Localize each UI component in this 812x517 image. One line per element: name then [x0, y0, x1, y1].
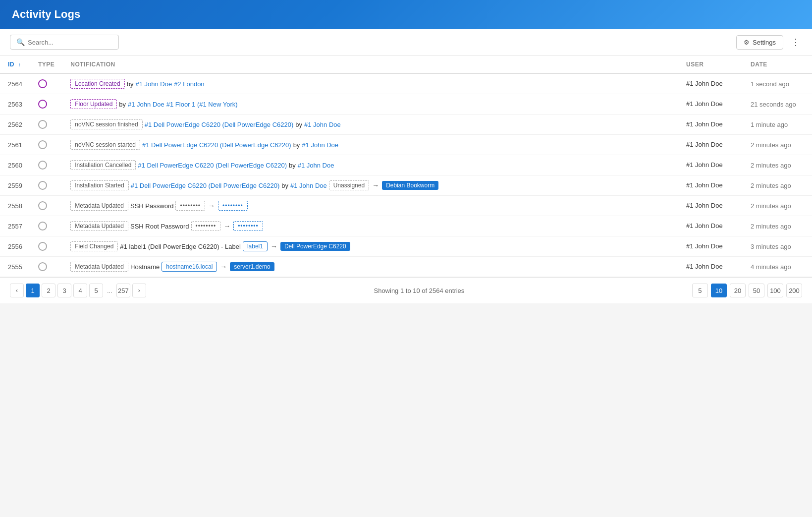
search-input[interactable]	[28, 39, 112, 46]
notif-device-link[interactable]: #1 Dell PowerEdge C6220 (Dell PowerEdge …	[131, 182, 280, 189]
row-date: 1 minute ago	[743, 115, 812, 135]
notification-cell: Metadata Updated SSH Root Password •••••…	[70, 221, 670, 231]
notif-user-link[interactable]: #1 John Doe	[302, 141, 338, 149]
new-hostname-badge: server1.demo	[230, 262, 274, 271]
row-user: #1 John Doe	[678, 94, 743, 115]
settings-label: Settings	[753, 39, 776, 46]
notification-badge: noVNC session started	[70, 140, 140, 150]
search-wrap[interactable]: 🔍	[10, 35, 119, 50]
sort-arrow-id: ↑	[18, 62, 21, 67]
row-user: #1 John Doe	[678, 73, 743, 94]
notif-user-link[interactable]: #1 John Doe	[128, 101, 164, 108]
type-icon	[38, 181, 47, 190]
table-row: 2556 Field Changed #1 label1 (Dell Power…	[0, 236, 812, 257]
row-type	[30, 236, 62, 257]
row-notification: Field Changed #1 label1 (Dell PowerEdge …	[62, 236, 678, 257]
row-notification: noVNC session started #1 Dell PowerEdge …	[62, 135, 678, 155]
notif-device-link[interactable]: #1 Dell PowerEdge C6220 (Dell PowerEdge …	[142, 141, 291, 149]
per-page-200[interactable]: 200	[786, 284, 802, 297]
toolbar: 🔍 ⚙ Settings ⋮	[0, 29, 812, 56]
toolbar-right: ⚙ Settings ⋮	[736, 35, 802, 50]
arrow-icon: →	[208, 202, 215, 210]
row-type	[30, 196, 62, 216]
arrow-icon: →	[271, 242, 277, 250]
row-user: #1 John Doe	[678, 216, 743, 236]
row-notification: noVNC session finished #1 Dell PowerEdge…	[62, 115, 678, 135]
notif-floor-link[interactable]: #1 Floor 1 (#1 New York)	[166, 101, 238, 108]
page-button-1[interactable]: 1	[26, 284, 40, 297]
table-row: 2557 Metadata Updated SSH Root Password …	[0, 216, 812, 236]
notif-user-link[interactable]: #1 John Doe	[298, 162, 334, 169]
notification-cell: noVNC session finished #1 Dell PowerEdge…	[70, 119, 670, 129]
table-row: 2555 Metadata Updated Hostname hostname1…	[0, 257, 812, 277]
table-header-row: ID ↑ TYPE NOTIFICATION USER DATE	[0, 56, 812, 73]
row-notification: Metadata Updated SSH Password •••••••• →…	[62, 196, 678, 216]
col-type: TYPE	[30, 56, 62, 73]
row-user: #1 John Doe	[678, 155, 743, 175]
arrow-icon: →	[372, 181, 379, 189]
per-page-50[interactable]: 50	[749, 284, 764, 297]
row-type	[30, 216, 62, 236]
per-page-selector: 5 10 20 50 100 200	[692, 284, 802, 297]
row-id: 2557	[0, 216, 30, 236]
row-id: 2556	[0, 236, 30, 257]
row-type	[30, 175, 62, 196]
page-button-4[interactable]: 4	[73, 284, 87, 297]
row-id: 2560	[0, 155, 30, 175]
notification-badge: Installation Cancelled	[70, 160, 136, 170]
notif-user-link[interactable]: #1 John Doe	[290, 182, 327, 189]
more-button[interactable]: ⋮	[789, 35, 802, 50]
notification-badge: Metadata Updated	[70, 221, 128, 231]
table-row: 2563 Floor Updated by #1 John Doe #1 Flo…	[0, 94, 812, 115]
pagination-info: Showing 1 to 10 of 2564 entries	[374, 287, 464, 294]
col-date: DATE	[743, 56, 812, 73]
arrow-icon: →	[220, 263, 227, 271]
notif-user-link[interactable]: #1 John Doe	[135, 80, 172, 88]
os-badge: Debian Bookworm	[382, 181, 438, 190]
notification-badge: Metadata Updated	[70, 201, 128, 211]
row-user: #1 John Doe	[678, 196, 743, 216]
pagination: ‹ 1 2 3 4 5 ... 257 ›	[10, 284, 146, 297]
row-user: #1 John Doe	[678, 135, 743, 155]
row-id: 2561	[0, 135, 30, 155]
per-page-20[interactable]: 20	[730, 284, 746, 297]
notif-device-link[interactable]: #1 Dell PowerEdge C6220 (Dell PowerEdge …	[138, 162, 287, 169]
prev-page-button[interactable]: ‹	[10, 284, 24, 297]
type-icon	[38, 120, 47, 129]
notification-badge: Installation Started	[70, 180, 128, 190]
row-date: 2 minutes ago	[743, 216, 812, 236]
new-value-masked: ••••••••	[218, 201, 248, 211]
type-icon	[38, 201, 47, 210]
type-icon	[38, 222, 47, 230]
page-button-2[interactable]: 2	[42, 284, 55, 297]
page-button-5[interactable]: 5	[89, 284, 103, 297]
new-value-masked: ••••••••	[233, 221, 263, 231]
notification-badge: Metadata Updated	[70, 262, 128, 272]
col-notification: NOTIFICATION	[62, 56, 678, 73]
type-icon	[38, 79, 47, 88]
row-notification: Location Created by #1 John Doe #2 Londo…	[62, 73, 678, 94]
notif-user-link[interactable]: #1 John Doe	[304, 121, 341, 128]
per-page-10[interactable]: 10	[711, 284, 727, 297]
notification-cell: Installation Cancelled #1 Dell PowerEdge…	[70, 160, 670, 170]
page-button-3[interactable]: 3	[57, 284, 71, 297]
row-date: 4 minutes ago	[743, 257, 812, 277]
next-page-button[interactable]: ›	[132, 284, 146, 297]
app-header: Activity Logs	[0, 0, 812, 29]
notif-device-link[interactable]: #1 Dell PowerEdge C6220 (Dell PowerEdge …	[145, 121, 294, 128]
activity-logs-table: ID ↑ TYPE NOTIFICATION USER DATE	[0, 56, 812, 277]
notif-location-link[interactable]: #2 London	[174, 80, 204, 88]
notification-badge: noVNC session finished	[70, 119, 142, 129]
per-page-5[interactable]: 5	[692, 284, 708, 297]
per-page-100[interactable]: 100	[767, 284, 783, 297]
old-value-badge: label1	[243, 241, 268, 251]
notification-badge: Floor Updated	[70, 99, 117, 109]
row-user: #1 John Doe	[678, 236, 743, 257]
notification-badge: Field Changed	[70, 241, 118, 251]
row-id: 2555	[0, 257, 30, 277]
table-row: 2558 Metadata Updated SSH Password •••••…	[0, 196, 812, 216]
row-id: 2562	[0, 115, 30, 135]
page-button-last[interactable]: 257	[116, 284, 130, 297]
col-id[interactable]: ID ↑	[0, 56, 30, 73]
settings-button[interactable]: ⚙ Settings	[736, 35, 783, 50]
